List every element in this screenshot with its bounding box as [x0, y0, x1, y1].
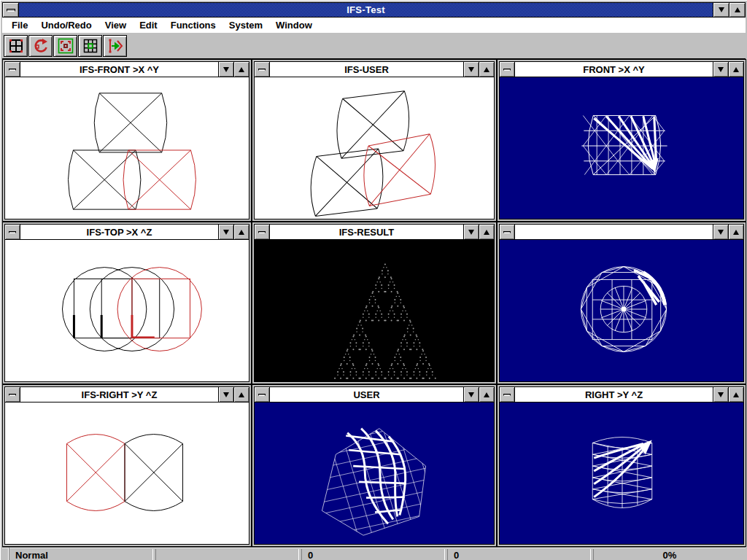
- menu-item-file[interactable]: File: [2, 20, 34, 31]
- axis-arrow-icon: [107, 38, 123, 54]
- status-progress: 0%: [594, 548, 746, 560]
- maximize-button[interactable]: [728, 62, 743, 77]
- menu-item-functions[interactable]: Functions: [164, 20, 222, 31]
- menu-item-system[interactable]: System: [222, 20, 269, 31]
- canvas-user[interactable]: [255, 402, 494, 544]
- maximize-icon: [735, 7, 740, 12]
- maximize-button[interactable]: [233, 62, 249, 77]
- window-menu-button[interactable]: [255, 62, 270, 77]
- minimize-button[interactable]: [463, 387, 479, 402]
- minimize-button[interactable]: [463, 225, 479, 239]
- window-titlebar[interactable]: IFS-USER: [255, 62, 494, 77]
- axis-apply-button[interactable]: [103, 35, 127, 57]
- window-title: IFS-RESULT: [270, 225, 463, 239]
- window-menu-icon: [503, 231, 511, 233]
- maximize-button[interactable]: [233, 387, 249, 402]
- window-title: IFS-USER: [270, 62, 463, 77]
- window-menu-button[interactable]: [255, 387, 270, 402]
- minimize-icon: [223, 230, 229, 235]
- canvas-ifs-top[interactable]: [5, 240, 249, 381]
- minimize-button[interactable]: [218, 387, 233, 402]
- minimize-icon: [718, 392, 724, 397]
- minimize-button[interactable]: [218, 225, 233, 239]
- window-menu-icon: [9, 231, 16, 233]
- system-menu-button[interactable]: [3, 3, 19, 17]
- window-menu-button[interactable]: [255, 225, 270, 239]
- maximize-button[interactable]: [233, 225, 249, 239]
- window-titlebar[interactable]: FRONT >X ^Y: [500, 62, 743, 77]
- wireframe-right: [500, 402, 743, 544]
- main-titlebar[interactable]: IFS-Test: [2, 2, 746, 18]
- window-title: TOP >X ^Z: [515, 225, 713, 239]
- mdi-window-user: USER: [252, 384, 497, 547]
- window-menu-icon: [258, 231, 266, 233]
- window-titlebar[interactable]: IFS-RIGHT >Y ^Z: [5, 387, 249, 402]
- maximize-icon: [239, 67, 244, 72]
- window-titlebar[interactable]: IFS-RESULT: [255, 225, 494, 240]
- status-bar: Normal 0 0 0%: [2, 547, 746, 560]
- minimize-button[interactable]: [713, 387, 728, 402]
- minimize-icon: [468, 230, 474, 235]
- canvas-ifs-right[interactable]: [5, 402, 249, 544]
- minimize-icon: [223, 392, 229, 397]
- minimize-icon: [718, 230, 724, 235]
- zoom-to-selection-button[interactable]: [53, 35, 77, 57]
- minimize-icon: [223, 67, 229, 72]
- window-titlebar[interactable]: USER: [255, 387, 494, 402]
- rotate-transform-button[interactable]: [28, 35, 53, 57]
- canvas-top[interactable]: [500, 240, 743, 381]
- rotate-icon: [33, 38, 49, 54]
- menu-item-view[interactable]: View: [98, 20, 133, 31]
- canvas-ifs-result[interactable]: [255, 240, 494, 381]
- canvas-front[interactable]: [500, 77, 743, 219]
- minimize-icon: [718, 67, 724, 72]
- window-titlebar[interactable]: TOP >X ^Z: [500, 225, 743, 240]
- window-menu-icon: [258, 394, 266, 396]
- window-menu-button[interactable]: [5, 62, 20, 77]
- status-mode: Normal: [9, 548, 152, 560]
- window-menu-button[interactable]: [500, 387, 515, 402]
- mdi-window-top: TOP >X ^Z: [497, 222, 746, 384]
- canvas-ifs-front[interactable]: [5, 77, 249, 219]
- minimize-button[interactable]: [713, 225, 728, 239]
- minimize-button[interactable]: [713, 62, 728, 77]
- window-titlebar[interactable]: RIGHT >Y ^Z: [500, 387, 743, 402]
- minimize-icon: [719, 7, 724, 12]
- minimize-button[interactable]: [463, 62, 479, 77]
- menu-item-undo-redo[interactable]: Undo/Redo: [34, 20, 98, 31]
- window-titlebar[interactable]: IFS-FRONT >X ^Y: [5, 62, 249, 77]
- mdi-window-ifs-top: IFS-TOP >X ^Z: [2, 222, 252, 384]
- wireframe-ifs-front: [5, 77, 249, 219]
- maximize-button[interactable]: [728, 387, 743, 402]
- window-title: IFS-RIGHT >Y ^Z: [20, 387, 218, 402]
- window-title: IFS-TOP >X ^Z: [20, 225, 218, 239]
- maximize-button[interactable]: [728, 225, 743, 239]
- menu-item-edit[interactable]: Edit: [133, 20, 164, 31]
- maximize-icon: [239, 392, 244, 397]
- grid-center-button[interactable]: [78, 35, 102, 57]
- maximize-button[interactable]: [479, 62, 494, 77]
- canvas-right[interactable]: [500, 402, 743, 544]
- status-value1: 0: [302, 548, 444, 560]
- maximize-icon: [733, 67, 739, 72]
- app-title: IFS-Test: [19, 3, 713, 17]
- window-titlebar[interactable]: IFS-TOP >X ^Z: [5, 225, 249, 240]
- canvas-ifs-user[interactable]: [255, 77, 494, 219]
- maximize-button[interactable]: [479, 225, 494, 239]
- window-menu-button[interactable]: [500, 62, 515, 77]
- menu-item-window[interactable]: Window: [269, 20, 319, 31]
- minimize-button[interactable]: [218, 62, 233, 77]
- tile-windows-button[interactable]: [4, 35, 28, 57]
- window-menu-button[interactable]: [5, 387, 20, 402]
- sierpinski-fractal: [255, 240, 494, 381]
- maximize-icon: [733, 392, 739, 397]
- window-menu-icon: [9, 394, 16, 396]
- window-title: IFS-FRONT >X ^Y: [20, 62, 218, 77]
- maximize-button[interactable]: [729, 3, 745, 17]
- toolbar: [2, 33, 746, 59]
- maximize-button[interactable]: [479, 387, 494, 402]
- minimize-button[interactable]: [713, 3, 729, 17]
- mdi-window-ifs-user: IFS-USER: [252, 59, 497, 222]
- window-menu-button[interactable]: [500, 225, 515, 239]
- window-menu-button[interactable]: [5, 225, 20, 239]
